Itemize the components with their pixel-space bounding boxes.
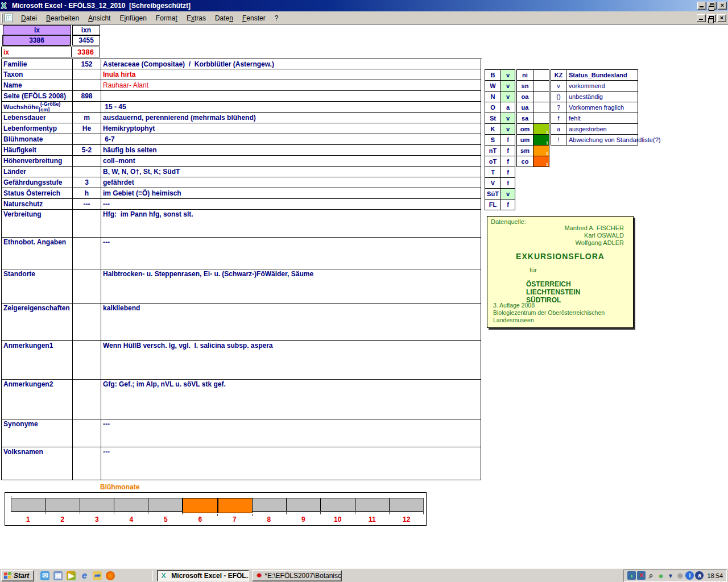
- legend-label[interactable]: vorkommend: [566, 81, 638, 92]
- record-text[interactable]: Rauhaar- Alant: [101, 80, 481, 91]
- record-value[interactable]: [73, 134, 101, 145]
- bundesland-code[interactable]: T: [485, 167, 501, 178]
- bundesland-status[interactable]: v: [501, 113, 515, 124]
- bundesland-status[interactable]: f: [501, 199, 515, 210]
- hoehenstufe-code[interactable]: oa: [517, 92, 533, 102]
- toolbar-grip[interactable]: [1, 13, 3, 23]
- record-value[interactable]: [73, 156, 101, 167]
- outlook-express-icon[interactable]: ✉: [40, 571, 49, 580]
- bundesland-status[interactable]: f: [501, 146, 515, 156]
- record-text[interactable]: Halbtrocken- u. Steppenrasen, Ei- u. (Sc…: [101, 269, 481, 304]
- record-label[interactable]: Anmerkungen2: [2, 380, 73, 419]
- record-label[interactable]: Gefährdungsstufe: [2, 177, 73, 188]
- legend-header-label[interactable]: Status_Bundesland: [566, 70, 638, 81]
- bundesland-status[interactable]: f: [501, 167, 515, 178]
- hoehenstufe-color-cell[interactable]: 1: [533, 156, 549, 167]
- taskbar-button-document[interactable]: ✹ *E:\EFÖLS2007\Botanisc...: [252, 570, 342, 581]
- record-label[interactable]: Verbreitung: [2, 210, 73, 238]
- firefox-icon[interactable]: [106, 571, 115, 580]
- bundesland-status[interactable]: f: [501, 135, 515, 146]
- cell-ixn-header[interactable]: ixn: [72, 25, 100, 35]
- menu-item-fenster[interactable]: Fenster: [238, 13, 270, 24]
- record-value[interactable]: [73, 210, 101, 238]
- record-value[interactable]: [73, 380, 101, 419]
- record-value[interactable]: [73, 269, 101, 304]
- bundesland-status[interactable]: f: [501, 156, 515, 167]
- record-text[interactable]: Wenn HüllB versch. lg, vgl. I. salicina …: [101, 341, 481, 380]
- legend-label[interactable]: Vorkommen fraglich: [566, 102, 638, 113]
- record-text[interactable]: 6-7: [101, 134, 481, 145]
- record-value[interactable]: [73, 341, 101, 380]
- record-value[interactable]: He: [73, 123, 101, 134]
- record-text[interactable]: gefährdet: [101, 177, 481, 188]
- record-text[interactable]: [101, 91, 481, 102]
- record-label[interactable]: Wuchshöhe (-Größe) [cm]: [2, 102, 73, 113]
- legend-kz[interactable]: !: [551, 135, 566, 146]
- record-label[interactable]: Länder: [2, 167, 73, 177]
- record-label[interactable]: Blühmonate: [2, 134, 73, 145]
- cell-ix-red-label[interactable]: ix: [1, 47, 72, 57]
- menu-item-bearbeiten[interactable]: Bearbeiten: [42, 13, 84, 24]
- bundesland-status[interactable]: v: [501, 92, 515, 102]
- hoehenstufe-code[interactable]: um: [517, 135, 533, 146]
- hoehenstufe-code[interactable]: sm: [517, 146, 533, 156]
- bundesland-code[interactable]: S: [485, 135, 501, 146]
- legend-label[interactable]: ausgestorben: [566, 124, 638, 135]
- workbook-close-button[interactable]: ×: [717, 14, 726, 22]
- messenger-icon[interactable]: ☻: [656, 571, 665, 580]
- bundesland-code[interactable]: St: [485, 113, 501, 124]
- legend-kz[interactable]: a: [551, 124, 566, 135]
- hoehenstufe-color-cell[interactable]: [533, 70, 549, 81]
- bundesland-status[interactable]: a: [501, 102, 515, 113]
- cell-ix-header[interactable]: ix: [3, 25, 71, 35]
- menu-item-einf-gen[interactable]: Einfügen: [115, 13, 151, 24]
- bundesland-status[interactable]: v: [501, 124, 515, 135]
- hoehenstufe-color-cell[interactable]: [533, 113, 549, 124]
- bundesland-code[interactable]: V: [485, 178, 501, 189]
- info-icon[interactable]: i: [685, 571, 694, 580]
- record-label[interactable]: Lebensdauer: [2, 113, 73, 123]
- magnifier-icon[interactable]: ⌕: [647, 571, 655, 580]
- close-button[interactable]: ×: [718, 2, 727, 10]
- record-label[interactable]: Synonyme: [2, 419, 73, 447]
- network-audio-icon[interactable]: ◗: [627, 571, 636, 580]
- record-text[interactable]: Hemikryptophyt: [101, 123, 481, 134]
- antivirus-icon[interactable]: a: [695, 571, 704, 580]
- record-text[interactable]: ---: [101, 238, 481, 269]
- record-label[interactable]: Standorte: [2, 269, 73, 304]
- bundesland-code[interactable]: W: [485, 81, 501, 92]
- record-label[interactable]: Volksnamen: [2, 447, 73, 480]
- legend-kz[interactable]: ?: [551, 102, 566, 113]
- hoehenstufe-color-cell[interactable]: [533, 81, 549, 92]
- record-value[interactable]: h: [73, 188, 101, 199]
- minimize-button[interactable]: [697, 2, 706, 10]
- bundesland-status[interactable]: v: [501, 189, 515, 199]
- record-text[interactable]: Gfg: Gef.; im Alp, nVL u. söVL stk gef.: [101, 380, 481, 419]
- record-label[interactable]: Zeigereigenschaften: [2, 304, 73, 341]
- workbook-icon[interactable]: [5, 14, 13, 22]
- start-button[interactable]: Start: [1, 570, 34, 581]
- record-text[interactable]: coll–mont: [101, 156, 481, 167]
- record-value[interactable]: [73, 238, 101, 269]
- record-text[interactable]: ---: [101, 447, 481, 480]
- legend-label[interactable]: unbeständig: [566, 92, 638, 102]
- bundesland-code[interactable]: K: [485, 124, 501, 135]
- record-text[interactable]: kalkliebend: [101, 304, 481, 341]
- media-player-icon[interactable]: ▶: [67, 571, 76, 580]
- legend-kz[interactable]: v: [551, 81, 566, 92]
- record-label[interactable]: Höhenverbreitung: [2, 156, 73, 167]
- legend-header-kz[interactable]: KZ: [551, 70, 566, 81]
- bundesland-code[interactable]: nT: [485, 146, 501, 156]
- bundesland-status[interactable]: v: [501, 81, 515, 92]
- record-value[interactable]: 3: [73, 177, 101, 188]
- record-label[interactable]: Naturschutz: [2, 199, 73, 210]
- folder-launch-icon[interactable]: ➦: [93, 571, 102, 580]
- legend-kz[interactable]: f: [551, 113, 566, 124]
- cell-ixn-value[interactable]: 3455: [72, 35, 100, 45]
- title-bar[interactable]: X Microsoft Excel - EFÖLS3_12_2010 [Schr…: [0, 0, 728, 11]
- network-disconnected-icon[interactable]: ✕: [637, 571, 646, 580]
- record-label[interactable]: Familie: [2, 59, 73, 69]
- bundesland-status[interactable]: f: [501, 178, 515, 189]
- record-text[interactable]: häufig bis selten: [101, 145, 481, 156]
- hoehenstufe-code[interactable]: sn: [517, 81, 533, 92]
